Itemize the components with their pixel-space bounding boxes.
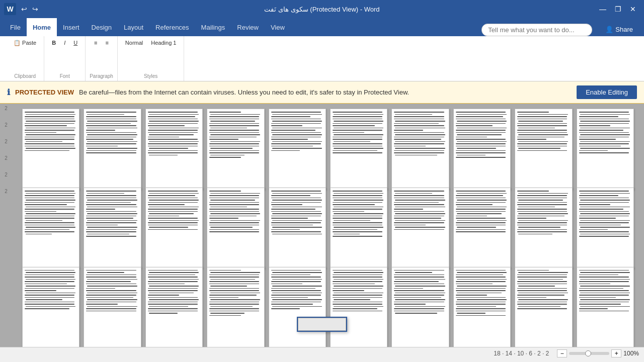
- paragraph-buttons: ≡ ≡: [91, 38, 112, 47]
- normal-style-button[interactable]: Normal: [122, 38, 146, 47]
- margin-num-3: 2: [5, 139, 8, 144]
- clipboard-label: Clipboard: [14, 73, 36, 79]
- page-thumbnail[interactable]: [330, 109, 387, 190]
- page-thumbnail[interactable]: [269, 188, 326, 269]
- page-thumbnail[interactable]: [391, 267, 449, 347]
- page-thumbnail[interactable]: [145, 267, 203, 347]
- info-icon: ℹ: [7, 87, 10, 97]
- page-thumbnail[interactable]: [515, 188, 572, 269]
- page-thumbnail[interactable]: [577, 109, 634, 190]
- tab-mailings[interactable]: Mailings: [195, 18, 231, 36]
- page-thumbnail[interactable]: [391, 109, 449, 190]
- window-controls: — ❐ ✕: [596, 2, 640, 16]
- page-thumbnail[interactable]: [453, 267, 511, 347]
- tab-layout[interactable]: Layout: [118, 18, 149, 36]
- title-bar: W ↩ ↪ سکوی های نَفت (Protected View) - W…: [0, 0, 644, 18]
- restore-button[interactable]: ❐: [611, 2, 625, 16]
- share-label: Share: [615, 26, 633, 33]
- redo-button[interactable]: ↪: [30, 4, 40, 14]
- bottom-thumb-navigator[interactable]: [297, 317, 347, 332]
- page-thumbnail[interactable]: [577, 188, 634, 269]
- page-thumbnail[interactable]: [391, 188, 449, 269]
- tab-home[interactable]: Home: [27, 18, 57, 36]
- zoom-slider[interactable]: [569, 352, 609, 355]
- page-thumbnail[interactable]: [22, 109, 79, 190]
- styles-label: Styles: [144, 73, 157, 79]
- page-thumbnail[interactable]: [145, 109, 203, 190]
- undo-button[interactable]: ↩: [19, 4, 29, 14]
- undo-redo-group: ↩ ↪: [19, 4, 40, 14]
- page-thumbnail[interactable]: [453, 188, 511, 269]
- tab-view[interactable]: View: [265, 18, 291, 36]
- page-thumbnail[interactable]: [84, 188, 141, 269]
- document-title: سکوی های نَفت (Protected View) - Word: [264, 6, 379, 13]
- zoom-in-button[interactable]: +: [611, 349, 621, 357]
- page-thumbnail[interactable]: [515, 267, 572, 347]
- underline-button[interactable]: U: [70, 38, 81, 47]
- tab-design[interactable]: Design: [86, 18, 118, 36]
- minimize-button[interactable]: —: [596, 2, 610, 16]
- ribbon-groups: 📋 Paste Clipboard B I U Font ≡ ≡ Paragra…: [6, 36, 184, 81]
- ribbon-content: 📋 Paste Clipboard B I U Font ≡ ≡ Paragra…: [0, 36, 644, 81]
- margin-num-6: 2: [5, 189, 8, 194]
- tab-insert[interactable]: Insert: [57, 18, 86, 36]
- zoom-out-button[interactable]: −: [557, 349, 567, 357]
- page-numbers: 18 · 14 · 10 · 6 · 2 · 2: [494, 350, 549, 357]
- margin-num-2: 2: [5, 122, 8, 128]
- tab-file[interactable]: File: [4, 18, 27, 36]
- page-thumbnail[interactable]: [330, 267, 387, 347]
- align-left-button[interactable]: ≡: [91, 38, 101, 47]
- main-content: 2 2 2 2 2 2: [0, 104, 644, 347]
- page-thumbnail[interactable]: [207, 267, 264, 347]
- page-thumbnail[interactable]: [269, 109, 326, 190]
- page-thumbnail[interactable]: [207, 188, 264, 269]
- tab-review[interactable]: Review: [231, 18, 265, 36]
- tab-references[interactable]: References: [149, 18, 195, 36]
- bold-button[interactable]: B: [48, 38, 59, 47]
- paste-buttons: 📋 Paste: [10, 38, 40, 48]
- page-thumbnail[interactable]: [577, 267, 634, 347]
- page-thumbnail[interactable]: [207, 109, 264, 190]
- protected-message: Be careful—files from the Internet can c…: [79, 88, 572, 96]
- left-margin: 2 2 2 2 2 2: [0, 104, 12, 347]
- styles-group: Normal Heading 1 Styles: [118, 36, 185, 81]
- page-thumbnail[interactable]: [22, 188, 79, 269]
- page-thumbnail[interactable]: [515, 109, 572, 190]
- font-buttons: B I U: [48, 38, 81, 47]
- close-button[interactable]: ✕: [626, 2, 640, 16]
- page-thumbnail[interactable]: [145, 188, 203, 269]
- zoom-controls: − + 100%: [557, 349, 639, 357]
- ribbon: File Home Insert Design Layout Reference…: [0, 18, 644, 81]
- paragraph-group: ≡ ≡ Paragraph: [86, 36, 118, 81]
- ribbon-tab-bar: File Home Insert Design Layout Reference…: [0, 18, 644, 36]
- protected-view-bar: ℹ PROTECTED VIEW Be careful—files from t…: [0, 81, 644, 104]
- paste-button[interactable]: 📋 Paste: [10, 38, 40, 48]
- page-thumbnail[interactable]: [453, 109, 511, 190]
- zoom-percent: 100%: [623, 350, 639, 357]
- protected-title: PROTECTED VIEW: [15, 88, 74, 96]
- font-label: Font: [60, 73, 70, 79]
- page-thumbnail[interactable]: [22, 267, 79, 347]
- share-button[interactable]: 👤 Share: [598, 23, 640, 36]
- font-group: B I U Font: [44, 36, 86, 81]
- page-thumbnail[interactable]: [269, 267, 326, 347]
- pages-container: [12, 104, 644, 347]
- heading1-style-button[interactable]: Heading 1: [147, 38, 180, 47]
- page-thumbnail[interactable]: [84, 267, 141, 347]
- page-thumbnail[interactable]: [84, 109, 141, 190]
- margin-num-4: 2: [5, 155, 8, 161]
- zoom-thumb: [585, 350, 591, 356]
- margin-num-5: 2: [5, 172, 8, 177]
- tell-me-input[interactable]: [481, 24, 592, 36]
- tell-me-area: [481, 24, 592, 36]
- italic-button[interactable]: I: [60, 38, 69, 47]
- style-buttons: Normal Heading 1: [122, 38, 180, 47]
- status-bar: 18 · 14 · 10 · 6 · 2 · 2 − + 100%: [0, 347, 644, 359]
- align-center-button[interactable]: ≡: [102, 38, 112, 47]
- page-number-indicator: 18 · 14 · 10 · 6 · 2 · 2: [494, 350, 549, 357]
- word-icon: W: [4, 3, 16, 15]
- page-thumbnail[interactable]: [330, 188, 387, 269]
- paragraph-label: Paragraph: [90, 73, 113, 79]
- enable-editing-button[interactable]: Enable Editing: [577, 85, 637, 99]
- clipboard-group: 📋 Paste Clipboard: [6, 36, 44, 81]
